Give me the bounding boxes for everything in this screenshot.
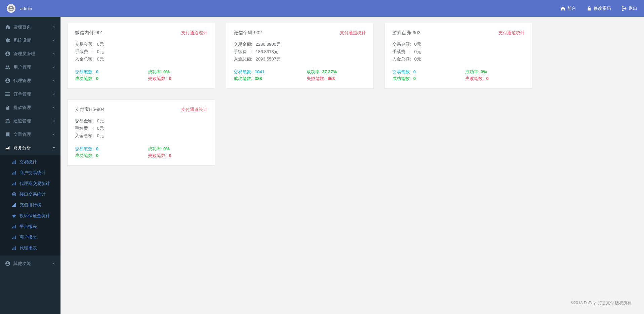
- card-title: 支付宝H5-904: [75, 107, 105, 113]
- change-password-link[interactable]: 修改密码: [587, 5, 611, 11]
- sub-item[interactable]: 交易统计: [0, 157, 61, 167]
- success-count: 成功笔数: 388: [234, 76, 307, 82]
- channel-card: 游戏点券-903支付通道统计交易金额: 0元手续费 : 0元入金总额: 0元交易…: [385, 23, 532, 89]
- home-icon: [5, 25, 10, 29]
- trade-amount-line: 交易金额: 0元: [392, 41, 525, 48]
- signal-icon: [12, 203, 16, 207]
- content: 微信内付-901支付通道统计交易金额: 0元手续费 : 0元入金总额: 0元交易…: [61, 17, 644, 314]
- success-rate: 成功率: 0%: [465, 69, 525, 75]
- logout-label: 退出: [629, 5, 637, 11]
- channel-card: 微信内付-901支付通道统计交易金额: 0元手续费 : 0元入金总额: 0元交易…: [67, 23, 215, 89]
- user-circle-icon: [5, 261, 10, 266]
- sub-label: 交易统计: [19, 159, 37, 165]
- nav-item[interactable]: 系统设置: [0, 34, 61, 47]
- card-tag: 支付通道统计: [498, 30, 525, 36]
- nav-item-other[interactable]: 其他功能: [0, 257, 61, 270]
- globe-icon: [12, 192, 16, 196]
- channel-card: 微信个码-902支付通道统计交易金额: 2280.3900元手续费 : 186.…: [226, 23, 374, 89]
- nav-item-finance[interactable]: 财务分析: [0, 141, 61, 155]
- chevron-left-icon: [52, 120, 55, 122]
- sub-label: 投诉保证金统计: [19, 213, 50, 219]
- sub-item[interactable]: 充值排行榜: [0, 200, 61, 210]
- top-left: admin: [7, 4, 32, 13]
- sub-label: 平台报表: [19, 224, 37, 230]
- sub-menu: 交易统计商户交易统计代理商交易统计接口交易统计充值排行榜投诉保证金统计平台报表商…: [0, 155, 61, 256]
- sub-label: 商户交易统计: [19, 170, 46, 176]
- footer: ©2018 DsPay_打赏支付 版权所有: [67, 297, 637, 308]
- deposit-line: 入金总额: 0元: [75, 132, 207, 140]
- nav-item[interactable]: 通道管理: [0, 114, 61, 128]
- card-tag: 支付通道统计: [181, 30, 207, 36]
- fee-line: 手续费 : 186.8313元: [234, 48, 366, 55]
- change-password-label: 修改密码: [594, 5, 611, 11]
- logout-link[interactable]: 退出: [622, 5, 637, 11]
- list-icon: [5, 92, 10, 96]
- nav-label: 财务分析: [13, 145, 31, 151]
- user-circle-icon: [5, 78, 10, 83]
- nav-label: 其他功能: [13, 261, 31, 267]
- success-rate: 成功率: 37.27%: [307, 69, 366, 75]
- bar-icon: [12, 235, 16, 239]
- chevron-left-icon: [52, 26, 55, 28]
- nav-item[interactable]: 管理首页: [0, 20, 61, 34]
- lock-icon: [5, 105, 10, 110]
- nav-item[interactable]: 文章管理: [0, 128, 61, 141]
- chevron-left-icon: [52, 133, 55, 136]
- card-title: 游戏点券-903: [392, 30, 420, 36]
- trade-amount-line: 交易金额: 0元: [75, 41, 207, 48]
- unlock-icon: [587, 6, 592, 11]
- sidebar: 管理首页系统设置管理员管理用户管理代理管理订单管理提款管理通道管理文章管理 财务…: [0, 17, 61, 314]
- success-rate: 成功率: 0%: [148, 69, 207, 75]
- chevron-left-icon: [52, 79, 55, 82]
- star-icon: [12, 214, 16, 218]
- nav-item[interactable]: 代理管理: [0, 74, 61, 87]
- nav-label: 订单管理: [13, 91, 31, 97]
- sub-label: 代理商交易统计: [19, 181, 50, 187]
- nav-item[interactable]: 订单管理: [0, 87, 61, 101]
- sub-item[interactable]: 商户报表: [0, 232, 61, 243]
- users-icon: [5, 65, 10, 70]
- success-count: 成功笔数: 0: [392, 76, 465, 82]
- chevron-down-icon: [52, 147, 55, 149]
- nav-item[interactable]: 用户管理: [0, 61, 61, 74]
- sub-label: 代理报表: [19, 245, 37, 251]
- nav-label: 代理管理: [13, 78, 31, 84]
- chevron-left-icon: [52, 106, 55, 109]
- book-icon: [5, 132, 10, 137]
- sub-item[interactable]: 接口交易统计: [0, 189, 61, 200]
- bar-icon: [12, 171, 16, 175]
- nav-label: 系统设置: [13, 37, 31, 43]
- nav-item[interactable]: 提款管理: [0, 101, 61, 114]
- chevron-left-icon: [52, 39, 55, 42]
- deposit-line: 入金总额: 0元: [75, 55, 207, 63]
- user-circle-icon: [5, 51, 10, 56]
- bar-icon: [12, 246, 16, 250]
- nav-label: 管理首页: [13, 24, 31, 30]
- sub-label: 商户报表: [19, 234, 37, 240]
- nav-label: 提款管理: [13, 105, 31, 111]
- fail-count: 失败笔数: 0: [148, 76, 207, 82]
- nav-item[interactable]: 管理员管理: [0, 47, 61, 61]
- deposit-line: 入金总额: 2093.5587元: [234, 55, 366, 63]
- trade-amount-line: 交易金额: 0元: [75, 117, 207, 125]
- avatar-icon: [7, 4, 15, 13]
- top-bar: admin 前台 修改密码 退出: [0, 0, 644, 17]
- trade-count: 交易笔数: 1041: [234, 69, 307, 75]
- nav-label: 管理员管理: [13, 51, 35, 57]
- nav-label: 文章管理: [13, 131, 31, 138]
- trade-count: 交易笔数: 0: [392, 69, 465, 75]
- nav-label: 通道管理: [13, 118, 31, 124]
- trade-count: 交易笔数: 0: [75, 146, 148, 152]
- sub-item[interactable]: 投诉保证金统计: [0, 210, 61, 221]
- sub-item[interactable]: 商户交易统计: [0, 167, 61, 178]
- sub-item[interactable]: 平台报表: [0, 221, 61, 232]
- front-link[interactable]: 前台: [561, 5, 576, 11]
- success-count: 成功笔数: 0: [75, 153, 148, 159]
- fail-count: 失败笔数: 0: [465, 76, 525, 82]
- sub-item[interactable]: 代理商交易统计: [0, 178, 61, 189]
- logout-icon: [622, 6, 627, 11]
- bar-icon: [12, 225, 16, 229]
- sub-item[interactable]: 代理报表: [0, 243, 61, 253]
- card-title: 微信个码-902: [234, 30, 262, 36]
- cards-wrap: 微信内付-901支付通道统计交易金额: 0元手续费 : 0元入金总额: 0元交易…: [67, 23, 637, 166]
